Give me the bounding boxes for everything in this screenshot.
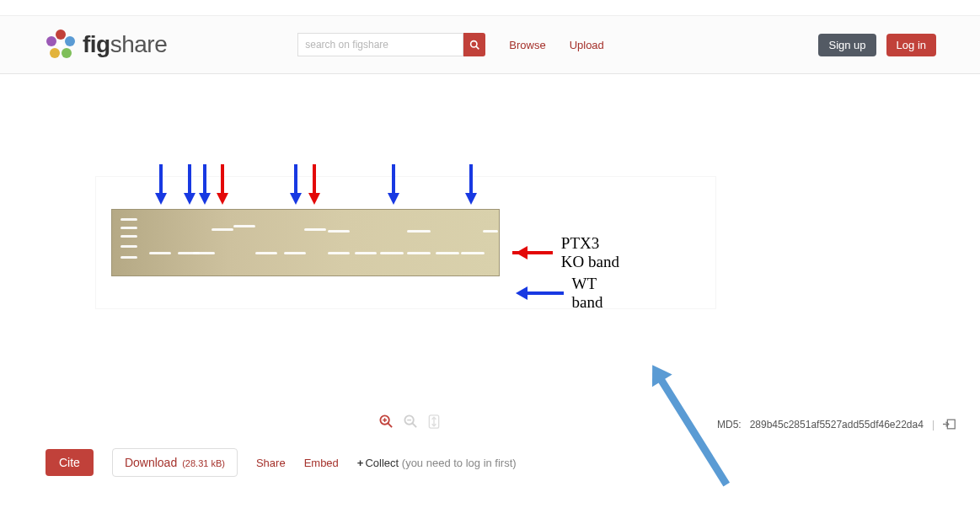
- svg-point-1: [65, 36, 75, 46]
- gel-figure: PTX3 KO band WT band: [111, 209, 500, 276]
- md5-value: 289b45c2851af5527add55df46e22da4: [750, 419, 924, 430]
- md5-display: MD5: 289b45c2851af5527add55df46e22da4 |: [717, 418, 956, 430]
- collect-action[interactable]: +Collect (you need to log in first): [357, 457, 517, 469]
- plus-icon: +: [357, 457, 364, 469]
- header-bar: figshare Browse Upload Sign up Log in: [0, 15, 980, 74]
- popout-icon: [943, 418, 956, 430]
- separator: |: [932, 419, 934, 430]
- svg-point-5: [58, 42, 63, 47]
- legend-arrow-blue-icon: [524, 291, 564, 295]
- logo-text: figshare: [83, 31, 167, 58]
- upload-link[interactable]: Upload: [570, 39, 604, 51]
- svg-point-6: [470, 40, 476, 46]
- share-link[interactable]: Share: [256, 457, 286, 469]
- download-button[interactable]: Download (28.31 kB): [112, 448, 238, 477]
- viewer-controls: [379, 414, 440, 429]
- download-label: Download: [125, 456, 177, 469]
- image-viewer[interactable]: PTX3 KO band WT band: [96, 177, 715, 308]
- cite-button[interactable]: Cite: [46, 449, 94, 476]
- embed-link[interactable]: Embed: [304, 457, 339, 469]
- popout-button[interactable]: [943, 418, 956, 430]
- svg-point-2: [62, 48, 72, 58]
- login-button[interactable]: Log in: [886, 34, 936, 56]
- figure-legend: PTX3 KO band WT band: [524, 234, 619, 315]
- search-button[interactable]: [463, 33, 485, 56]
- collect-label: Collect: [365, 457, 399, 469]
- svg-line-7: [476, 46, 479, 49]
- annotation-arrow-icon: [657, 377, 730, 486]
- auth-buttons: Sign up Log in: [818, 34, 936, 56]
- gel-image: [111, 209, 500, 276]
- svg-line-9: [388, 423, 392, 427]
- legend-arrow-red-icon: [524, 251, 553, 254]
- zoom-in-button[interactable]: [379, 414, 394, 429]
- svg-line-13: [412, 423, 416, 427]
- search-group: [297, 33, 485, 56]
- fit-button[interactable]: [428, 414, 440, 429]
- figshare-logo-icon: [44, 28, 78, 61]
- legend-wt-label: WT band: [572, 275, 620, 312]
- nav-links: Browse Upload: [509, 39, 604, 51]
- zoom-in-icon: [379, 414, 394, 429]
- fit-icon: [428, 414, 440, 429]
- svg-point-3: [50, 48, 60, 58]
- search-input[interactable]: [297, 33, 463, 56]
- zoom-out-icon: [404, 414, 418, 429]
- logo[interactable]: figshare: [44, 28, 167, 61]
- zoom-out-button: [404, 414, 418, 429]
- svg-point-4: [46, 36, 56, 46]
- collect-note: (you need to log in first): [402, 457, 517, 469]
- action-bar: Cite Download (28.31 kB) Share Embed +Co…: [46, 448, 517, 477]
- download-size: (28.31 kB): [182, 458, 225, 468]
- svg-point-0: [56, 29, 66, 40]
- search-icon: [469, 40, 480, 51]
- legend-ko-label: PTX3 KO band: [561, 234, 620, 271]
- md5-label: MD5:: [717, 419, 742, 430]
- browse-link[interactable]: Browse: [509, 39, 545, 51]
- signup-button[interactable]: Sign up: [818, 34, 876, 56]
